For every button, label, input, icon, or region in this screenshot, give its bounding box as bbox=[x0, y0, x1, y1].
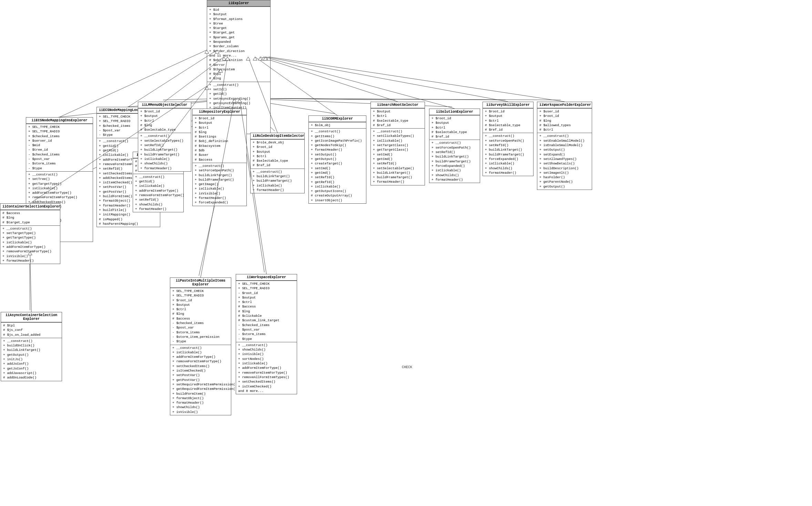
iiGlossarySelectorGUI-methods: + __construct() + getSid() + isClickable… bbox=[133, 174, 183, 212]
iiSCORMExplorer-title: iiSCORMExplorer bbox=[309, 116, 366, 122]
iiSCORMExplorer-box: iiSCORMExplorer + $slm_obj + __construct… bbox=[308, 115, 366, 204]
iiAsyncContainerSelectionExplorer-attrs: # $tpl # $js_conf # $js_on_load_added bbox=[1, 322, 62, 338]
iiRepositoryExplorer-box: iiRepositoryExplorer + $root_id + $outpu… bbox=[192, 109, 247, 206]
svg-line-11 bbox=[238, 98, 561, 100]
svg-line-39 bbox=[269, 57, 565, 102]
iiWorkspaceExplorer-attrs: + SEL_TYPE_CHECK + SEL_TYPE_RADIO - $roo… bbox=[236, 281, 297, 342]
iiRoleDesktopItemSelector-title: iiRoleDesktopItemSelector bbox=[251, 133, 304, 139]
iiContainerSelectionExplorer-methods: + __construct() + setTargetType() + getT… bbox=[0, 225, 60, 264]
iiSurveySkillExplorer-title: iiSurveySkillExplorer bbox=[483, 102, 533, 108]
svg-line-35 bbox=[264, 57, 455, 109]
iiSurveySkillExplorer-box: iiSurveySkillExplorer + $root_id + $outp… bbox=[483, 102, 534, 176]
iiRepositoryExplorer-attrs: + $root_id + $output + $ctrl # $lng # $s… bbox=[193, 115, 246, 163]
iiPasteIntoMultipleItemsExplorer-box: iiPasteIntoMultipleItems Explorer + SEL_… bbox=[170, 277, 231, 415]
iiSearchRootSelector-methods: + __construct() + setClickableTypes() + … bbox=[371, 128, 425, 185]
iiExplorer-attributes: + $id + $output + $format_options + $tre… bbox=[207, 7, 270, 82]
iiSCORMExplorer-methods: + __construct() + getItems() + getIconIm… bbox=[309, 128, 366, 203]
iiECSNodeMappingCmsExplorer-attrs: + SEL_TYPE_CHECK + SEL_TYPE_RADIO + $che… bbox=[26, 124, 93, 171]
iiRoleDesktopItemSelector-attrs: + $role_desk_obj + $root_id + $output + … bbox=[251, 139, 304, 169]
svg-line-37 bbox=[265, 57, 508, 102]
iiWorkspaceFolderExplorer-box: iiWorkspaceFolderExplorer + $user_id + $… bbox=[537, 102, 592, 190]
arrows-svg bbox=[0, 0, 812, 506]
iiSearchRootSelector-box: iiSearchRootSelector + $output + $ctrl #… bbox=[371, 102, 425, 185]
iiWorkspaceFolderExplorer-title: iiWorkspaceFolderExplorer bbox=[537, 102, 592, 108]
iiLMMenuObjectSelector-methods: + __construct() + setSelectableTypes() +… bbox=[138, 133, 191, 171]
iiWorkspaceExplorer-box: iiWorkspaceExplorer + SEL_TYPE_CHECK + S… bbox=[236, 274, 297, 394]
iiRoleDesktopItemSelector-methods: + __construct() + buildLinkTarget() + bu… bbox=[251, 169, 304, 193]
iiRepositoryExplorer-title: iiRepositoryExplorer bbox=[193, 109, 246, 115]
iiSolutionExplorer-methods: + __construct() + setForceOpenPath() + s… bbox=[429, 140, 480, 183]
svg-text:CHECK: CHECK bbox=[402, 365, 412, 369]
inheritance-arrows: CHECK bbox=[0, 0, 812, 506]
iiWorkspaceExplorer-methods: + __construct() + showChilds() + isVisib… bbox=[236, 342, 297, 394]
iiContainerSelectionExplorer-box: iiContainerSelectionExplorer # $access #… bbox=[0, 203, 60, 264]
iiPasteIntoMultipleItemsExplorer-title: iiPasteIntoMultipleItems Explorer bbox=[170, 278, 231, 288]
iiContainerSelectionExplorer-title: iiContainerSelectionExplorer bbox=[0, 204, 60, 210]
iiLMMenuObjectSelector-attrs: + $root_id + $output + $ctrl # $lng # $s… bbox=[138, 108, 191, 133]
diagram-container: iiExplorer + $id + $output + $format_opt… bbox=[0, 0, 812, 506]
svg-line-33 bbox=[260, 57, 398, 102]
iiPasteIntoMultipleItemsExplorer-methods: + __construct() + isClickable() + addFor… bbox=[170, 345, 231, 415]
iiWorkspaceFolderExplorer-methods: + __construct() + setEnableSmallModel() … bbox=[537, 133, 592, 190]
iiLMMenuObjectSelector-title: iiLMMenuObjectSelector bbox=[138, 102, 191, 108]
iiWorkspaceFolderExplorer-attrs: + $user_id + $root_id # $lng # $allowed_… bbox=[537, 108, 592, 133]
iiPasteIntoMultipleItemsExplorer-attrs: + SEL_TYPE_CHECK + SEL_TYPE_RADIO + $roo… bbox=[170, 288, 231, 345]
iiWorkspaceExplorer-title: iiWorkspaceExplorer bbox=[236, 274, 297, 281]
svg-line-10 bbox=[238, 98, 506, 100]
iiAsyncContainerSelectionExplorer-title: iiAsyncContainerSelection Explorer bbox=[1, 312, 62, 322]
iiSearchRootSelector-title: iiSearchRootSelector bbox=[371, 102, 425, 108]
iiSCORMExplorer-attrs: + $slm_obj bbox=[309, 122, 366, 128]
iiRepositoryExplorer-methods: + __construct() + setForceOpenPath() + b… bbox=[193, 163, 246, 206]
iiAsyncContainerSelectionExplorer-methods: + __construct() + buildOnClick() + build… bbox=[1, 338, 62, 381]
iiSurveySkillExplorer-attrs: + $root_id + $output + $ctrl # $selectab… bbox=[483, 108, 533, 133]
iiSolutionExplorer-box: iiSolutionExplorer + $root_id + $output … bbox=[429, 109, 480, 183]
iiExplorer-title: iiExplorer bbox=[207, 0, 270, 7]
iiAsyncContainerSelectionExplorer-box: iiAsyncContainerSelection Explorer # $tp… bbox=[1, 312, 62, 381]
iiContainerSelectionExplorer-attrs: # $access # $lng # $target_type bbox=[0, 210, 60, 225]
iiLMMenuObjectSelector-box: iiLMMenuObjectSelector + $root_id + $out… bbox=[138, 102, 191, 172]
iiSolutionExplorer-attrs: + $root_id + $output + $ctrl # $selectab… bbox=[429, 115, 480, 140]
iiECSNodeMappingCmsExplorer-title: iiECSNodeMappingCmsExplorer bbox=[26, 118, 93, 124]
iiSearchRootSelector-attrs: + $output + $ctrl # $selectable_type # $… bbox=[371, 108, 425, 128]
iiSurveySkillExplorer-methods: + __construct() + setForceOpenPath() + s… bbox=[483, 133, 533, 176]
svg-line-19 bbox=[128, 50, 217, 107]
iiRoleDesktopItemSelector-box: iiRoleDesktopItemSelector + $role_desk_o… bbox=[250, 133, 305, 193]
iiSolutionExplorer-title: iiSolutionExplorer bbox=[429, 109, 480, 115]
